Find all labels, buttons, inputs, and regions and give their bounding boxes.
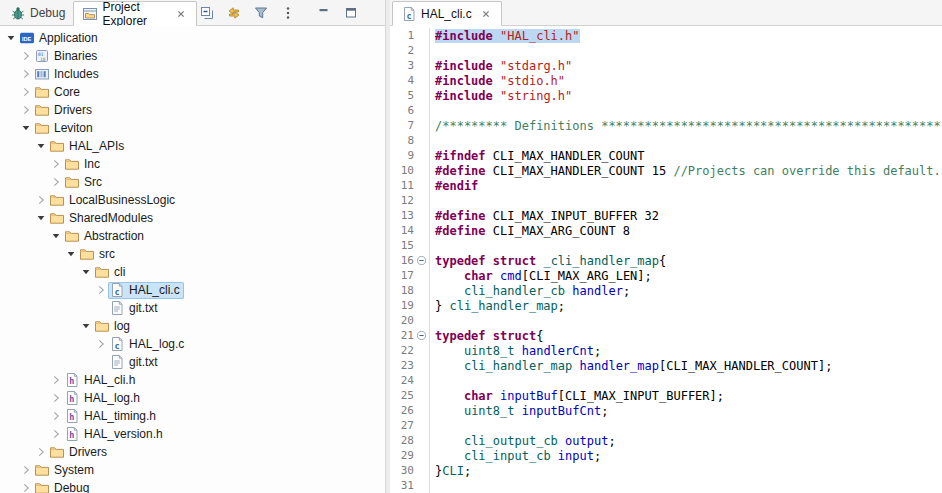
- tree-collapsed-icon[interactable]: [94, 337, 108, 351]
- tree-item-git-txt[interactable]: git.txt: [0, 299, 385, 317]
- project-tree[interactable]: IDEApplication0110BinariesIncludesCoreDr…: [0, 26, 385, 493]
- tree-item-hal-cli-c[interactable]: cHAL_cli.c: [0, 281, 385, 299]
- tree-item-debug[interactable]: Debug: [0, 479, 385, 493]
- code-text[interactable]: typedef struct _cli_handler_map{: [435, 254, 666, 268]
- code-token: /********* Definitions *****************…: [435, 119, 942, 133]
- tree-item-src[interactable]: src: [0, 245, 385, 263]
- tree-item-cli[interactable]: cli: [0, 263, 385, 281]
- tree-item-drivers[interactable]: Drivers: [0, 443, 385, 461]
- tree-collapsed-icon[interactable]: [49, 427, 63, 441]
- tree-item-core[interactable]: Core: [0, 83, 385, 101]
- link-with-editor-button[interactable]: [224, 3, 244, 23]
- tab-hal-cli-c[interactable]: c HAL_cli.c: [392, 1, 502, 26]
- code-text[interactable]: #define CLI_MAX_HANDLER_COUNT 15 //Proje…: [435, 164, 941, 178]
- tree-item-abstraction[interactable]: Abstraction: [0, 227, 385, 245]
- tree-collapsed-icon[interactable]: [19, 463, 33, 477]
- code-text[interactable]: #include "stdarg.h": [435, 59, 572, 73]
- tree-expanded-icon[interactable]: [79, 319, 93, 333]
- close-icon[interactable]: [174, 7, 188, 21]
- collapse-all-button[interactable]: [197, 3, 217, 23]
- tree-item-sharedmodules[interactable]: SharedModules: [0, 209, 385, 227]
- tree-collapsed-icon[interactable]: [19, 103, 33, 117]
- tree-item-localbusinesslogic[interactable]: LocalBusinessLogic: [0, 191, 385, 209]
- code-text[interactable]: #define CLI_MAX_ARG_COUNT 8: [435, 224, 630, 238]
- maximize-button[interactable]: [341, 3, 361, 23]
- tree-item-inc[interactable]: Inc: [0, 155, 385, 173]
- code-line: 6: [390, 103, 942, 118]
- tree-item-label: Application: [39, 31, 98, 45]
- close-icon[interactable]: [479, 7, 493, 21]
- tree-item-log[interactable]: log: [0, 317, 385, 335]
- tree-expanded-icon[interactable]: [19, 121, 33, 135]
- code-text[interactable]: #define CLI_MAX_INPUT_BUFFER 32: [435, 209, 659, 223]
- code-text[interactable]: uint8_t handlerCnt;: [435, 344, 601, 358]
- code-text[interactable]: #endif: [435, 179, 478, 193]
- tree-item-leviton[interactable]: Leviton: [0, 119, 385, 137]
- code-text[interactable]: }CLI;: [435, 464, 471, 478]
- tab-project-explorer[interactable]: Project Explorer: [73, 1, 197, 26]
- view-menu-button[interactable]: [278, 3, 298, 23]
- code-text[interactable]: cli_handler_map handler_map[CLI_MAX_HAND…: [435, 359, 832, 373]
- tree-item-drivers[interactable]: Drivers: [0, 101, 385, 119]
- code-text[interactable]: uint8_t inputBufCnt;: [435, 404, 608, 418]
- tree-item-system[interactable]: System: [0, 461, 385, 479]
- tree-item-binaries[interactable]: 0110Binaries: [0, 47, 385, 65]
- tree-collapsed-icon[interactable]: [34, 445, 48, 459]
- code-text[interactable]: typedef struct{: [435, 329, 543, 343]
- tree-item-includes[interactable]: Includes: [0, 65, 385, 83]
- view-menu-icon: [280, 5, 296, 21]
- code-text[interactable]: char cmd[CLI_MAX_ARG_LEN];: [435, 269, 652, 283]
- tree-item-content: hHAL_version.h: [63, 426, 167, 443]
- tree-collapsed-icon[interactable]: [34, 193, 48, 207]
- code-text[interactable]: char inputBuf[CLI_MAX_INPUT_BUFFER];: [435, 389, 724, 403]
- line-number: 28: [390, 434, 414, 447]
- tree-collapsed-icon[interactable]: [19, 49, 33, 63]
- tree-item-hal-timing-h[interactable]: hHAL_timing.h: [0, 407, 385, 425]
- code-token: {: [536, 329, 543, 343]
- code-text[interactable]: cli_handler_cb handler;: [435, 284, 630, 298]
- tree-item-hal-log-h[interactable]: hHAL_log.h: [0, 389, 385, 407]
- code-text[interactable]: cli_output_cb output;: [435, 434, 616, 448]
- selected-code-text[interactable]: #include "HAL_cli.h": [435, 29, 580, 43]
- tree-collapsed-icon[interactable]: [49, 175, 63, 189]
- tree-collapsed-icon[interactable]: [49, 157, 63, 171]
- tree-item-src[interactable]: Src: [0, 173, 385, 191]
- fold-collapse-icon[interactable]: [414, 328, 430, 343]
- tree-item-git-txt[interactable]: git.txt: [0, 353, 385, 371]
- tree-collapsed-icon[interactable]: [49, 409, 63, 423]
- code-area[interactable]: 1#include "HAL_cli.h"23#include "stdarg.…: [390, 26, 942, 493]
- folder-icon: [49, 138, 65, 154]
- tree-collapsed-icon[interactable]: [19, 85, 33, 99]
- filter-button[interactable]: [251, 3, 271, 23]
- tree-collapsed-icon[interactable]: [19, 481, 33, 493]
- line-number: 7: [390, 119, 414, 132]
- tree-item-application[interactable]: IDEApplication: [0, 29, 385, 47]
- code-text[interactable]: /********* Definitions *****************…: [435, 119, 942, 133]
- minimize-button[interactable]: [314, 3, 334, 23]
- tree-item-hal-apis[interactable]: HAL_APIs: [0, 137, 385, 155]
- code-text[interactable]: } cli_handler_map;: [435, 299, 565, 313]
- fold-collapse-icon[interactable]: [414, 253, 430, 268]
- tree-expanded-icon[interactable]: [64, 247, 78, 261]
- code-text[interactable]: #include "stdio.h": [435, 74, 565, 88]
- tree-collapsed-icon[interactable]: [49, 391, 63, 405]
- tree-item-hal-log-c[interactable]: cHAL_log.c: [0, 335, 385, 353]
- maximize-icon: [343, 5, 359, 21]
- tree-expanded-icon[interactable]: [4, 31, 18, 45]
- code-text[interactable]: #include "string.h": [435, 89, 572, 103]
- tree-item-hal-cli-h[interactable]: hHAL_cli.h: [0, 371, 385, 389]
- tree-collapsed-icon[interactable]: [94, 283, 108, 297]
- tree-collapsed-icon[interactable]: [19, 67, 33, 81]
- tree-expanded-icon[interactable]: [34, 211, 48, 225]
- tree-expanded-icon[interactable]: [49, 229, 63, 243]
- code-text[interactable]: cli_input_cb input;: [435, 449, 601, 463]
- tree-expanded-icon[interactable]: [34, 139, 48, 153]
- tree-collapsed-icon[interactable]: [49, 373, 63, 387]
- tree-expanded-icon[interactable]: [79, 265, 93, 279]
- code-text[interactable]: #ifndef CLI_MAX_HANDLER_COUNT: [435, 149, 645, 163]
- tree-item-label: HAL_APIs: [69, 139, 124, 153]
- fold-margin: [414, 418, 430, 433]
- tab-debug[interactable]: Debug: [2, 0, 73, 25]
- code-token: [435, 359, 464, 373]
- tree-item-hal-version-h[interactable]: hHAL_version.h: [0, 425, 385, 443]
